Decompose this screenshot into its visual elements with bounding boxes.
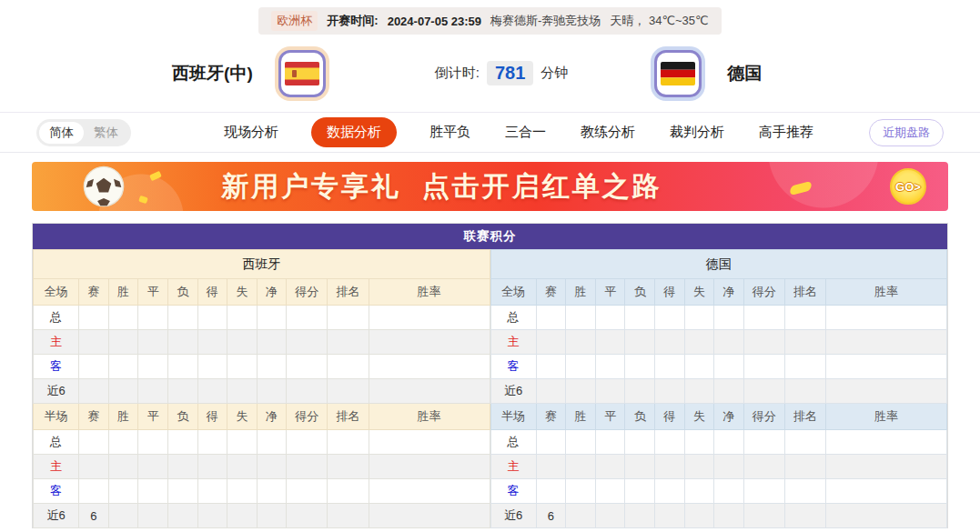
column-header: 平: [138, 404, 168, 430]
stat-cell: [108, 504, 138, 528]
stat-cell: [743, 355, 784, 379]
promo-banner[interactable]: 新用户专享礼 点击开启红单之路 GO>: [32, 162, 948, 211]
column-header: 负: [625, 404, 655, 430]
table-row: 总: [34, 306, 490, 330]
stat-cell: [369, 479, 490, 504]
top-info-bar-wrap: 欧洲杯 开赛时间: 2024-07-05 23:59 梅赛德斯-奔驰竞技场 天晴…: [0, 0, 980, 35]
stat-cell: [784, 430, 825, 455]
stat-cell: [227, 355, 258, 379]
row-label: 近6: [490, 504, 536, 528]
stat-cell: [227, 479, 258, 504]
stat-cell: [826, 306, 947, 330]
stat-cell: [684, 504, 714, 528]
league-table-home: 西班牙全场赛胜平负得失净得分排名胜率总主客近6半场赛胜平负得失净得分排名胜率总主…: [33, 249, 490, 528]
stat-cell: [743, 379, 784, 404]
stat-cell: [826, 355, 947, 379]
stat-cell: [655, 504, 685, 528]
column-header: 平: [595, 279, 625, 306]
column-header: 得: [655, 279, 685, 306]
stat-cell: [167, 306, 197, 330]
stat-cell: [655, 306, 685, 330]
column-header: 排名: [784, 279, 825, 306]
stat-cell: [328, 330, 369, 355]
stat-cell: [257, 306, 287, 330]
row-label: 总: [34, 306, 79, 330]
away-team-name: 德国: [727, 62, 762, 85]
row-label: 总: [490, 306, 536, 330]
stat-cell: [287, 379, 328, 404]
match-header: 西班牙(中) 倒计时: 781 分钟 德国: [0, 35, 980, 113]
league-table-away: 德国全场赛胜平负得失净得分排名胜率总主客近6半场赛胜平负得失净得分排名胜率总主客…: [490, 249, 948, 528]
column-header: 平: [138, 279, 168, 306]
stat-cell: [287, 504, 328, 528]
stat-cell: [566, 479, 596, 504]
language-toggle: 简体 繁体: [36, 119, 131, 146]
column-header: 得分: [287, 279, 328, 306]
ribbon-icon: [790, 181, 812, 196]
match-info-bar: 欧洲杯 开赛时间: 2024-07-05 23:59 梅赛德斯-奔驰竞技场 天晴…: [258, 7, 721, 35]
stat-cell: [655, 479, 685, 504]
stat-cell: [257, 379, 287, 404]
stat-cell: [743, 430, 784, 455]
row-label: 主: [34, 455, 79, 479]
stat-cell: [167, 379, 197, 404]
stat-cell: [684, 379, 714, 404]
stat-cell: [625, 430, 655, 455]
tab-win-draw-lose[interactable]: 胜平负: [428, 117, 472, 147]
home-team-block: 西班牙(中): [0, 50, 435, 97]
row-label: 主: [490, 330, 536, 355]
row-label: 主: [34, 330, 79, 355]
column-header: 净: [257, 404, 287, 430]
stat-cell: [784, 355, 825, 379]
soccer-ball-icon: [83, 166, 125, 211]
stat-cell: [595, 330, 625, 355]
stat-cell: [684, 330, 714, 355]
tab-referee-analysis[interactable]: 裁判分析: [668, 117, 726, 147]
go-button[interactable]: GO>: [890, 168, 926, 205]
home-team-name: 西班牙(中): [172, 62, 253, 85]
stat-cell: [79, 455, 109, 479]
column-header: 胜率: [369, 279, 490, 306]
column-header: 负: [625, 279, 655, 306]
stat-cell: [536, 455, 566, 479]
column-header: 赛: [79, 404, 109, 430]
stat-cell: [566, 379, 596, 404]
stat-cell: [257, 430, 287, 455]
stat-cell: [566, 430, 596, 455]
stat-cell: [595, 355, 625, 379]
tab-expert-picks[interactable]: 高手推荐: [757, 117, 815, 147]
stat-cell: [257, 330, 287, 355]
stat-cell: [138, 330, 168, 355]
tab-coach-analysis[interactable]: 教练分析: [579, 117, 637, 147]
lang-simplified-button[interactable]: 简体: [39, 122, 84, 144]
stat-cell: [743, 455, 784, 479]
stat-cell: [138, 355, 168, 379]
league-tag: 欧洲杯: [271, 11, 318, 31]
stat-cell: [328, 455, 369, 479]
column-header: 得: [655, 404, 685, 430]
row-label: 主: [490, 455, 536, 479]
away-team-block: 德国: [568, 50, 980, 97]
lang-traditional-button[interactable]: 繁体: [84, 122, 128, 144]
stat-cell: [566, 306, 596, 330]
tab-live-analysis[interactable]: 现场分析: [222, 117, 280, 147]
countdown-label: 倒计时:: [435, 65, 480, 82]
stat-cell: [625, 330, 655, 355]
confetti-icon: [149, 171, 162, 181]
league-table-title: 联赛积分: [33, 224, 947, 249]
stat-cell: [227, 330, 258, 355]
stat-cell: [536, 479, 566, 504]
stat-cell: [328, 430, 369, 455]
stat-cell: [595, 430, 625, 455]
stat-cell: [287, 430, 328, 455]
stat-cell: [108, 330, 138, 355]
tab-three-in-one[interactable]: 三合一: [503, 117, 548, 147]
column-header: 得: [197, 404, 227, 430]
stat-cell: [743, 306, 784, 330]
tab-data-analysis[interactable]: 数据分析: [311, 117, 397, 147]
recent-handicap-button[interactable]: 近期盘路: [869, 119, 944, 146]
stat-cell: [108, 379, 138, 404]
stat-cell: [826, 455, 947, 479]
stat-cell: [595, 504, 625, 528]
column-header: 胜率: [369, 404, 490, 430]
